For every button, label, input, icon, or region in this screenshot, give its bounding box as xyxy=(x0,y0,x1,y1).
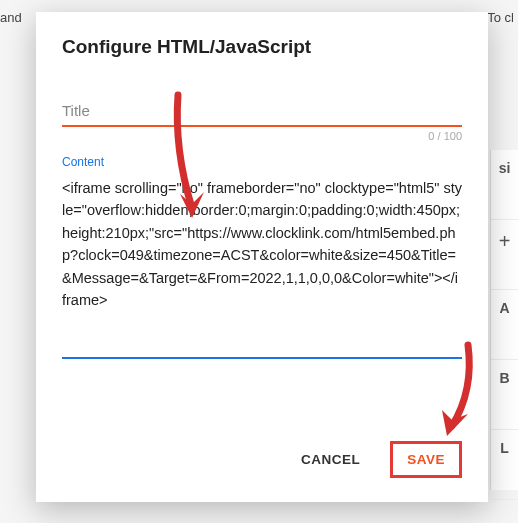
dialog-title: Configure HTML/JavaScript xyxy=(62,36,462,58)
configure-dialog: Configure HTML/JavaScript 0 / 100 Conten… xyxy=(36,12,488,502)
bg-panel-row: A xyxy=(491,290,518,360)
bg-text-left: and xyxy=(0,10,22,25)
save-button[interactable]: SAVE xyxy=(390,441,462,478)
title-field-wrap: 0 / 100 xyxy=(62,96,462,127)
dialog-actions: CANCEL SAVE xyxy=(62,423,462,478)
title-char-counter: 0 / 100 xyxy=(428,130,462,142)
content-textarea[interactable] xyxy=(62,177,462,359)
cancel-button[interactable]: CANCEL xyxy=(289,442,372,477)
bg-panel-row: B xyxy=(491,360,518,430)
bg-side-panel: si + A B L xyxy=(490,150,518,490)
bg-panel-header: si xyxy=(491,150,518,220)
add-icon[interactable]: + xyxy=(491,220,518,290)
title-input[interactable] xyxy=(62,96,462,127)
content-label: Content xyxy=(62,155,462,169)
bg-text-right: To cl xyxy=(487,10,514,25)
bg-panel-row: L xyxy=(491,430,518,500)
